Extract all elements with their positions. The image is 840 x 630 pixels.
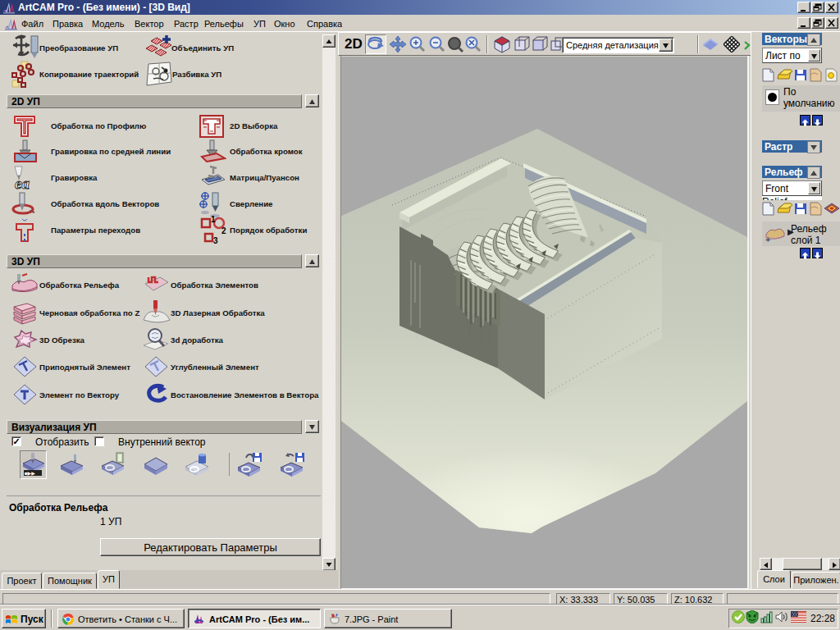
svg-text:3: 3 <box>213 236 218 245</box>
svg-text:+: + <box>765 235 770 244</box>
svg-text:■▶▶: ■▶▶ <box>25 471 35 476</box>
svg-text:ea: ea <box>15 175 30 191</box>
svg-text:2: 2 <box>221 226 226 235</box>
svg-text:1: 1 <box>211 216 216 224</box>
